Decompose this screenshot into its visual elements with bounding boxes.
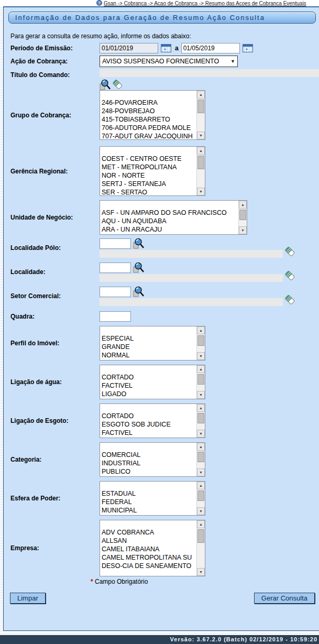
list-option[interactable]: LIGADO xyxy=(102,390,196,398)
list-option[interactable]: 415-TOBIASBARRETO xyxy=(102,115,196,124)
list-option[interactable]: CAMEL ITABAIANA xyxy=(102,545,196,553)
scrollbar-up-icon[interactable]: ▲ xyxy=(197,326,205,334)
scrollbar[interactable]: ▲ ▼ xyxy=(196,482,205,515)
localidade-polo-input[interactable] xyxy=(100,238,131,249)
list-option[interactable]: PUBLICO xyxy=(102,467,196,476)
scrollbar-thumb[interactable] xyxy=(197,490,204,501)
gerar-consulta-button[interactable]: Gerar Consulta xyxy=(254,593,315,604)
scrollbar-down-icon[interactable]: ▼ xyxy=(197,568,205,576)
scrollbar[interactable]: ▲ ▼ xyxy=(196,404,205,438)
scrollbar-down-icon[interactable]: ▼ xyxy=(239,226,247,234)
scrollbar-up-icon[interactable]: ▲ xyxy=(197,91,205,99)
scrollbar[interactable]: ▲ ▼ xyxy=(196,91,205,139)
list-option[interactable]: ASF - UN AMPARO DO SAO FRANCISCO xyxy=(102,209,238,217)
list-option[interactable]: NOR - NORTE xyxy=(102,171,196,180)
scrollbar-thumb[interactable] xyxy=(197,452,204,462)
list-option[interactable]: 248-POVBREJAO xyxy=(102,107,196,115)
list-option[interactable]: FEDERAL xyxy=(102,498,196,506)
list-option[interactable]: ARA - UN ARACAJU xyxy=(102,225,238,234)
scrollbar-thumb[interactable] xyxy=(197,413,204,423)
scrollbar-up-icon[interactable]: ▲ xyxy=(197,147,205,155)
scrollbar-thumb[interactable] xyxy=(197,156,204,169)
scrollbar-thumb[interactable] xyxy=(239,210,246,220)
list-option[interactable]: SERTJ - SERTANEJA xyxy=(102,180,196,188)
list-option[interactable]: ESGOTO SOB JUDICE xyxy=(102,420,196,429)
list-option[interactable]: 706-ADUTORA PEDRA MOLE xyxy=(102,124,196,132)
help-icon[interactable] xyxy=(96,0,102,6)
list-option[interactable]: INDUSTRIAL xyxy=(102,459,196,467)
scrollbar[interactable]: ▲ ▼ xyxy=(196,443,205,476)
scrollbar-thumb[interactable] xyxy=(197,529,204,543)
list-option[interactable]: FACTIVEL xyxy=(102,381,196,390)
categoria-listbox[interactable]: COMERCIALINDUSTRIALPUBLICO ▲ ▼ xyxy=(100,442,205,477)
list-option[interactable]: CORTADO xyxy=(102,412,196,420)
list-option[interactable]: FACTIVEL xyxy=(102,429,196,437)
magnifier-icon[interactable] xyxy=(133,262,145,273)
ligacao-agua-listbox[interactable]: CORTADOFACTIVELLIGADO ▲ ▼ xyxy=(100,365,205,399)
esfera-poder-listbox[interactable]: ESTADUALFEDERALMUNICIPAL ▲ ▼ xyxy=(100,481,205,516)
setor-comercial-input[interactable] xyxy=(100,287,131,297)
scrollbar-up-icon[interactable]: ▲ xyxy=(239,201,247,209)
list-option[interactable]: ALLSAN xyxy=(102,537,196,545)
unidade-negocio-listbox[interactable]: ASF - UN AMPARO DO SAO FRANCISCOAQU - UN… xyxy=(100,200,247,235)
periodo-inicio-input[interactable] xyxy=(100,43,158,53)
eraser-icon[interactable] xyxy=(112,79,123,90)
list-option[interactable]: GRANDE xyxy=(102,343,196,351)
magnifier-icon[interactable] xyxy=(133,286,145,297)
list-option[interactable]: ESPECIAL xyxy=(102,334,196,343)
ligacao-esgoto-listbox[interactable]: CORTADOESGOTO SOB JUDICEFACTIVEL ▲ ▼ xyxy=(100,403,205,438)
list-option[interactable]: CAMEL METROPOLITANA SU xyxy=(102,553,196,562)
scrollbar-up-icon[interactable]: ▲ xyxy=(197,443,205,451)
scrollbar[interactable]: ▲ ▼ xyxy=(196,520,205,576)
acao-cobranca-value: AVISO SUSPENSAO FORNECIMENTO xyxy=(102,58,219,65)
scrollbar-up-icon[interactable]: ▲ xyxy=(197,365,205,373)
list-option[interactable]: ADV COBRANCA xyxy=(102,528,196,537)
list-option[interactable]: CORTADO xyxy=(102,373,196,381)
scrollbar-up-icon[interactable]: ▲ xyxy=(197,404,205,412)
breadcrumb-link[interactable]: Gsan -> Cobranca -> Acao de Cobranca -> … xyxy=(104,1,306,6)
list-option[interactable]: COEST - CENTRO OESTE xyxy=(102,155,196,163)
scrollbar[interactable]: ▲ ▼ xyxy=(196,326,205,360)
list-option[interactable]: AQU - UN AQUIDABA xyxy=(102,217,238,225)
scrollbar-thumb[interactable] xyxy=(197,335,204,346)
limpar-button[interactable]: Limpar xyxy=(10,593,46,604)
magnifier-icon[interactable] xyxy=(100,79,111,90)
list-option[interactable]: COMERCIAL xyxy=(102,451,196,459)
list-option[interactable]: ESTADUAL xyxy=(102,489,196,498)
calendar-icon[interactable] xyxy=(243,44,253,52)
calendar-icon[interactable] xyxy=(161,44,171,52)
scrollbar-up-icon[interactable]: ▲ xyxy=(197,520,205,528)
scrollbar-down-icon[interactable]: ▼ xyxy=(197,352,205,360)
periodo-fim-input[interactable] xyxy=(181,43,240,53)
list-option[interactable]: 707-ADUT GRAV JACOQUINH xyxy=(102,132,196,139)
empresa-listbox[interactable]: ADV COBRANCAALLSANCAMEL ITABAIANACAMEL M… xyxy=(100,520,205,576)
scrollbar-up-icon[interactable]: ▲ xyxy=(197,482,205,489)
acao-cobranca-select[interactable]: AVISO SUSPENSAO FORNECIMENTO ▼ xyxy=(100,56,238,67)
localidade-input[interactable] xyxy=(100,263,131,273)
grupo-cobranca-listbox[interactable]: 246-POVAROEIRA248-POVBREJAO415-TOBIASBAR… xyxy=(100,90,205,140)
perfil-imovel-listbox[interactable]: ESPECIALGRANDENORMAL ▲ ▼ xyxy=(100,326,205,361)
eraser-icon[interactable] xyxy=(284,294,295,305)
scrollbar-thumb[interactable] xyxy=(197,100,204,113)
scrollbar-down-icon[interactable]: ▼ xyxy=(197,391,205,399)
list-option[interactable]: MET - METROPOLITANA xyxy=(102,163,196,171)
scrollbar-down-icon[interactable]: ▼ xyxy=(197,132,205,139)
gerencia-regional-listbox[interactable]: COEST - CENTRO OESTEMET - METROPOLITANAN… xyxy=(100,146,205,196)
list-option[interactable]: NORMAL xyxy=(102,351,196,359)
list-option[interactable]: MUNICIPAL xyxy=(102,506,196,515)
scrollbar-down-icon[interactable]: ▼ xyxy=(197,468,205,476)
scrollbar-thumb[interactable] xyxy=(197,374,204,385)
list-option[interactable]: 246-POVAROEIRA xyxy=(102,99,196,107)
scrollbar-down-icon[interactable]: ▼ xyxy=(197,188,205,195)
scrollbar-down-icon[interactable]: ▼ xyxy=(197,430,205,438)
scrollbar[interactable]: ▲ ▼ xyxy=(238,201,247,234)
scrollbar[interactable]: ▲ ▼ xyxy=(196,147,205,195)
scrollbar-down-icon[interactable]: ▼ xyxy=(197,507,205,515)
list-option[interactable]: SER - SERTAO xyxy=(102,188,196,195)
magnifier-icon[interactable] xyxy=(133,238,145,249)
list-option[interactable]: DESO-CIA DE SANEAMENTO xyxy=(102,562,196,570)
scrollbar[interactable]: ▲ ▼ xyxy=(196,365,205,399)
eraser-icon[interactable] xyxy=(284,270,295,281)
eraser-icon[interactable] xyxy=(284,246,295,257)
quadra-input[interactable] xyxy=(100,311,131,322)
